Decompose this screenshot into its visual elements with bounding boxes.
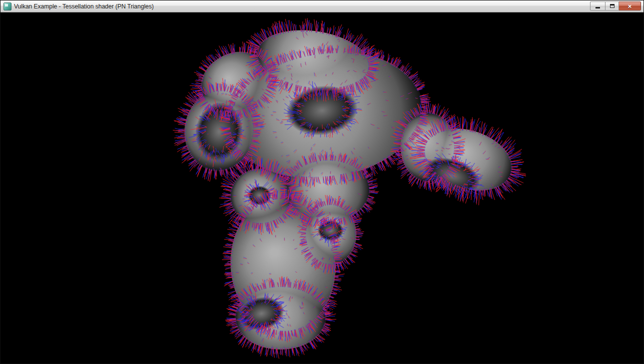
viewport-canvas[interactable] [0,12,644,364]
app-window: Vulkan Example - Tessellation shader (PN… [0,0,644,364]
app-icon [4,2,12,10]
minimize-icon [596,7,600,8]
maximize-button[interactable] [605,2,619,10]
titlebar[interactable]: Vulkan Example - Tessellation shader (PN… [0,0,644,12]
close-icon: × [628,3,632,10]
maximize-icon [610,4,614,8]
window-title: Vulkan Example - Tessellation shader (PN… [14,3,154,10]
close-button[interactable]: × [619,2,641,10]
viewport [0,12,644,364]
window-controls: × [590,2,641,10]
minimize-button[interactable] [590,2,605,10]
